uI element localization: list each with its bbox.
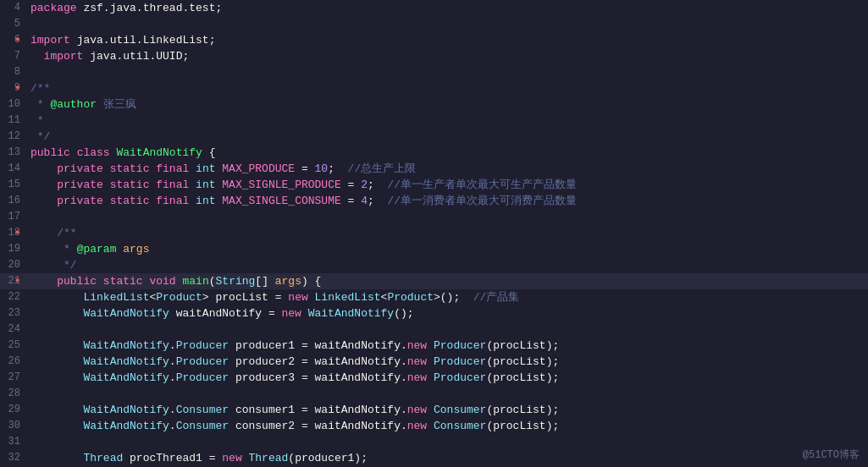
line-number: 16	[0, 193, 27, 209]
line-number: 12	[0, 129, 27, 145]
line-content: import java.util.LinkedList;	[27, 32, 868, 48]
line-content: private static final int MAX_SIGNLE_PROD…	[27, 177, 868, 193]
code-line: 30 WaitAndNotify.Consumer consumer2 = wa…	[0, 418, 868, 434]
line-content: WaitAndNotify.Producer producer1 = waitA…	[27, 338, 868, 354]
code-line: 27 WaitAndNotify.Producer producer3 = wa…	[0, 370, 868, 386]
line-content: WaitAndNotify.Consumer consumer2 = waitA…	[27, 418, 868, 434]
code-editor: 4 package zsf.java.thread.test; 5 ● 6 im…	[0, 0, 868, 467]
line-number: 23	[0, 305, 27, 321]
code-lines: 4 package zsf.java.thread.test; 5 ● 6 im…	[0, 0, 868, 466]
code-line: 14 private static final int MAX_PRODUCE …	[0, 161, 868, 177]
code-line: ● 9 /**	[0, 80, 868, 96]
code-line: 12 */	[0, 129, 868, 145]
line-content: package zsf.java.thread.test;	[27, 0, 868, 16]
line-number: 32	[0, 450, 27, 466]
line-number: 22	[0, 289, 27, 305]
line-content: *	[27, 113, 868, 129]
line-content: public class WaitAndNotify {	[27, 145, 868, 161]
line-number: 17	[0, 209, 27, 225]
line-number: 20	[0, 257, 27, 273]
code-line: ● 18 /**	[0, 225, 868, 241]
line-content: public static void main(String[] args) {	[27, 273, 868, 289]
code-line-active: ● 21 public static void main(String[] ar…	[0, 273, 868, 289]
watermark: @51CTO博客	[803, 448, 860, 462]
code-line: 10 * @author 张三疯	[0, 96, 868, 113]
line-number: 10	[0, 96, 27, 113]
line-content: import java.util.UUID;	[27, 48, 868, 64]
code-line: 5	[0, 16, 868, 32]
line-content: WaitAndNotify waitAndNotify = new WaitAn…	[27, 305, 868, 321]
line-content: private static final int MAX_PRODUCE = 1…	[27, 161, 868, 177]
line-number: 11	[0, 113, 27, 129]
line-number: 13	[0, 145, 27, 161]
code-line: 11 *	[0, 113, 868, 129]
line-number: ● 18	[0, 225, 27, 241]
line-number: 31	[0, 434, 27, 450]
line-number: ● 9	[0, 80, 27, 96]
line-content: WaitAndNotify.Producer producer2 = waitA…	[27, 354, 868, 370]
code-line: 17	[0, 209, 868, 225]
line-content: LinkedList<Product> procList = new Linke…	[27, 289, 868, 305]
code-line: ● 6 import java.util.LinkedList;	[0, 32, 868, 48]
code-line: 32 Thread procThread1 = new Thread(produ…	[0, 450, 868, 466]
line-number: 29	[0, 402, 27, 418]
code-line: 4 package zsf.java.thread.test;	[0, 0, 868, 16]
code-line: 23 WaitAndNotify waitAndNotify = new Wai…	[0, 305, 868, 321]
line-content: */	[27, 129, 868, 145]
line-number: 7	[0, 48, 27, 64]
code-line: 26 WaitAndNotify.Producer producer2 = wa…	[0, 354, 868, 370]
line-number: 25	[0, 338, 27, 354]
code-line: 19 * @param args	[0, 241, 868, 257]
line-content: */	[27, 257, 868, 273]
line-number: 14	[0, 161, 27, 177]
line-content: Thread procThread1 = new Thread(producer…	[27, 450, 868, 466]
line-number: 19	[0, 241, 27, 257]
line-content: WaitAndNotify.Producer producer3 = waitA…	[27, 370, 868, 386]
line-content: private static final int MAX_SINGLE_CONS…	[27, 193, 868, 209]
code-line: 31	[0, 434, 868, 450]
code-line: 22 LinkedList<Product> procList = new Li…	[0, 289, 868, 305]
code-line: 25 WaitAndNotify.Producer producer1 = wa…	[0, 338, 868, 354]
line-number: 5	[0, 16, 27, 32]
code-line: 13 public class WaitAndNotify {	[0, 145, 868, 161]
code-line: 8	[0, 64, 868, 80]
line-number: 27	[0, 370, 27, 386]
line-content: * @author 张三疯	[27, 96, 868, 113]
line-content: /**	[27, 225, 868, 241]
line-number: 4	[0, 0, 27, 16]
line-content: * @param args	[27, 241, 868, 257]
line-number: 15	[0, 177, 27, 193]
code-line: 7 import java.util.UUID;	[0, 48, 868, 64]
line-number: 30	[0, 418, 27, 434]
code-line: 16 private static final int MAX_SINGLE_C…	[0, 193, 868, 209]
code-line: 24	[0, 321, 868, 338]
line-content: WaitAndNotify.Consumer consumer1 = waitA…	[27, 402, 868, 418]
line-number: ● 21	[0, 273, 27, 289]
line-number: ● 6	[0, 32, 27, 48]
code-line: 15 private static final int MAX_SIGNLE_P…	[0, 177, 868, 193]
code-line: 28	[0, 386, 868, 402]
code-line: 20 */	[0, 257, 868, 273]
line-number: 8	[0, 64, 27, 80]
line-content: /**	[27, 80, 868, 96]
code-line: 29 WaitAndNotify.Consumer consumer1 = wa…	[0, 402, 868, 418]
line-number: 26	[0, 354, 27, 370]
line-number: 24	[0, 321, 27, 338]
line-number: 28	[0, 386, 27, 402]
